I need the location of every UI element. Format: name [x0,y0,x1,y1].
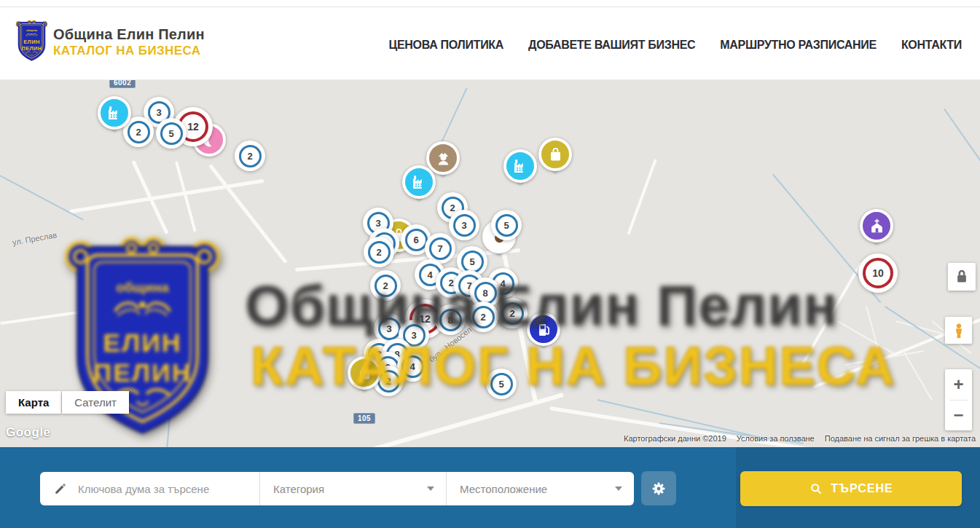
cluster-marker[interactable]: 5 [491,210,522,240]
factory-icon [511,157,530,176]
zoom-in-button[interactable]: + [945,370,972,400]
factory-pin-marker[interactable] [98,96,131,130]
category-select-label: Категория [273,483,324,495]
attribution-report-link[interactable]: Подаване на сигнал за грешка в картата [825,434,976,443]
worker-icon [434,149,453,168]
watermark-subtitle: КАТАЛОГ НА БИЗНЕСА [251,335,896,397]
cluster-count: 2 [239,145,262,168]
church-icon [867,216,887,236]
pegman-button[interactable] [945,317,972,344]
map-type-map-button[interactable]: Карта [6,391,61,414]
zoom-out-button[interactable]: − [945,401,972,430]
cluster-marker[interactable]: 10 [858,253,898,293]
svg-text:ЕЛИН: ЕЛИН [103,328,181,358]
keyword-segment [40,472,260,505]
attribution-terms-link[interactable]: Условия за ползване [737,434,815,443]
cluster-count: 2 [368,241,391,264]
cluster-count: 5 [461,251,484,273]
location-select-label: Местоположение [460,483,547,495]
chevron-down-icon [427,486,434,491]
factory-pin-marker[interactable] [402,165,436,199]
cluster-count: 5 [160,122,183,145]
map-road [944,109,980,193]
street-name-label: ул. Преслав [12,230,58,247]
lock-icon [948,263,976,291]
cluster-count: 6 [405,229,428,251]
map-road [627,159,656,235]
location-select[interactable]: Местоположение [447,472,634,505]
map-road [902,350,933,401]
search-button[interactable]: ТЪРСЕНЕ [740,471,962,506]
factory-icon [105,103,125,123]
zoom-control: + − [945,369,972,430]
factory-pin-marker[interactable] [503,149,537,183]
nav-route-schedule[interactable]: МАРШРУТНО РАЗПИСАНИЕ [720,39,877,52]
bag-pin-marker[interactable] [538,138,572,171]
advanced-search-button[interactable] [641,471,676,505]
map-road [439,87,468,147]
site-subtitle: КАТАЛОГ НА БИЗНЕСА [53,44,200,58]
svg-text:ПЕЛИН: ПЕЛИН [21,45,42,52]
pencil-icon [53,481,68,496]
municipality-logo[interactable]: община ЕЛИН ПЕЛИН [15,20,49,63]
bag-icon [546,145,565,165]
cluster-count: 5 [495,214,518,237]
cluster-marker[interactable]: 3 [449,210,479,240]
header: община ЕЛИН ПЕЛИН Община Елин Пелин КАТА… [0,7,980,80]
pin-circle [98,96,131,130]
pin-circle [503,149,537,183]
category-select[interactable]: Категория [260,472,447,505]
cluster-count: 7 [429,237,452,260]
cluster-count: 10 [863,258,893,288]
lock-button[interactable] [948,263,976,291]
keyword-search-input[interactable] [77,482,244,496]
site-title: Община Елин Пелин [53,26,205,43]
google-logo[interactable]: Google [6,425,51,440]
attribution-data-notice: Картографски данни ©2019 [624,434,726,443]
map-road [175,161,197,232]
pegman-icon [950,322,968,339]
nav-add-your-business[interactable]: ДОБАВЕТЕ ВАШИЯТ БИЗНЕС [528,39,695,52]
map-type-control: Карта Сателит [6,391,129,414]
svg-text:ЕЛИН: ЕЛИН [23,39,39,45]
search-icon [809,481,823,496]
map-road [0,175,84,221]
gear-icon [649,479,668,498]
nav-contacts[interactable]: КОНТАКТИ [901,39,962,52]
svg-text:община: община [26,28,38,32]
svg-text:община: община [116,280,169,295]
pin-circle [538,138,572,171]
map-attribution: Картографски данни ©2019 Условия за полз… [624,434,976,443]
cluster-marker[interactable]: 2 [364,237,394,267]
pin-circle [860,209,893,243]
pin-circle [402,165,436,199]
page: община ЕЛИН ПЕЛИН Община Елин Пелин КАТА… [0,0,980,528]
search-fields: Категория Местоположение [40,472,634,505]
main-nav: ЦЕНОВА ПОЛИТИКА ДОБАВЕТЕ ВАШИЯТ БИЗНЕС М… [389,39,962,52]
road-shield: 105 [353,413,375,424]
search-bar: Категория Местоположение ТЪРСЕНЕ [0,447,980,528]
cluster-count: 3 [453,214,476,237]
church-pin-marker[interactable] [860,209,893,243]
search-button-label: ТЪРСЕНЕ [831,482,893,495]
factory-icon [409,173,429,192]
watermark-title: Община Елин Пелин [245,272,838,339]
map-type-satellite-button[interactable]: Сателит [62,391,129,414]
chevron-down-icon [615,486,622,491]
nav-pricing-policy[interactable]: ЦЕНОВА ПОЛИТИКА [389,39,504,52]
svg-text:ПЕЛИН: ПЕЛИН [93,358,192,387]
road-shield: 6002 [109,80,136,88]
map-canvas[interactable]: 6002105ул. Преславбул. „Новоселции 31225… [0,80,980,447]
cluster-marker[interactable]: 5 [156,118,187,149]
cluster-marker[interactable]: 2 [235,141,265,171]
